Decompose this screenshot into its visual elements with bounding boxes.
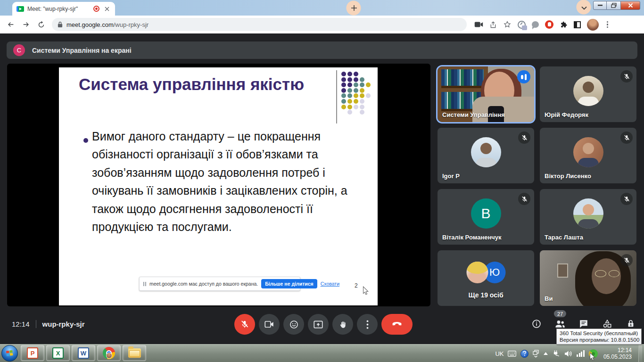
tab-search-chevron-icon[interactable] (580, 4, 588, 12)
mic-muted-icon (620, 132, 633, 144)
meeting-time: 12:14 (12, 320, 30, 328)
taskbar-apps: PXW (21, 345, 146, 361)
restore-button[interactable] (607, 1, 620, 10)
overflow-avatars: Ю (466, 262, 505, 283)
powerpoint-icon: P (27, 347, 38, 359)
close-button[interactable] (620, 1, 640, 10)
extensions-puzzle-icon[interactable] (560, 21, 568, 29)
url-text: meet.google.com/wup-rpky-sjr (66, 21, 149, 28)
tab-close-icon[interactable] (103, 5, 111, 13)
network-signal-icon[interactable] (577, 350, 585, 357)
camera-in-use-icon[interactable] (474, 21, 483, 28)
slide-divider-line (336, 70, 337, 123)
participant-name: Ви (545, 295, 553, 302)
address-bar[interactable]: meet.google.com/wup-rpky-sjr (52, 18, 467, 31)
presentation-stage[interactable]: Система управління якістю Вимог даного с… (7, 64, 430, 306)
show-desktop-button[interactable] (638, 345, 642, 362)
end-call-button[interactable] (381, 314, 413, 335)
share-indicator-icon (143, 282, 146, 286)
host-controls-icon[interactable] (625, 318, 636, 329)
window-switch-tray-icon[interactable] (533, 350, 539, 358)
taskbar-app-powerpoint[interactable]: P (21, 345, 44, 361)
more-options-button[interactable] (357, 314, 378, 335)
slide-page-number: 2 (355, 282, 358, 289)
audio-activity-icon (517, 70, 530, 83)
slide: Система управління якістю Вимог даного с… (59, 67, 378, 305)
start-button[interactable] (1, 345, 18, 362)
profile-avatar[interactable] (587, 19, 599, 31)
activities-icon[interactable] (602, 318, 613, 329)
slide-body-text: Вимог даного стандарту – це покращення о… (92, 127, 375, 236)
participant-grid: Системи УправлінняЮрій ФедорякIgor PВікт… (438, 66, 636, 306)
chat-extension-icon[interactable] (532, 21, 539, 28)
taskbar-app-explorer[interactable] (123, 345, 146, 361)
participant-tile-taras[interactable]: Тарас Лашта (540, 189, 636, 245)
window-controls (593, 1, 640, 10)
excel-icon: X (52, 347, 64, 359)
lock-icon[interactable] (58, 21, 63, 28)
meeting-code: wup-rpky-sjr (42, 320, 85, 328)
participants-count-badge: 27 (554, 310, 566, 317)
mic-muted-icon (620, 254, 633, 266)
share-message: meet.google.com має доступ до вашого екр… (149, 281, 258, 287)
new-tab-button[interactable] (350, 4, 358, 12)
photo-avatar (466, 262, 488, 283)
help-tray-icon[interactable] (520, 350, 528, 358)
forward-button[interactable] (20, 18, 32, 31)
adblock-extension-icon[interactable] (545, 20, 553, 29)
participant-tile-vitalik[interactable]: BВіталік Романенчук (438, 189, 534, 245)
back-button[interactable] (5, 18, 17, 31)
camera-toggle-button[interactable] (259, 314, 280, 335)
clock-date: 05.05.2023 (603, 354, 632, 360)
participant-tile-more[interactable]: ЮЩе 19 осіб (438, 250, 534, 306)
language-indicator[interactable]: UK (495, 350, 504, 357)
volume-tray-icon[interactable] (564, 350, 572, 357)
participants-icon[interactable]: 27 (554, 318, 566, 329)
browser-tab[interactable]: Meet: "wup-rpky-sjr" (12, 2, 115, 16)
participant-tile-presenter[interactable]: Системи Управління (438, 66, 534, 122)
browser-menu-icon[interactable] (605, 21, 610, 28)
divider (36, 320, 36, 328)
taskbar-app-word[interactable]: W (72, 345, 95, 361)
chat-icon[interactable] (578, 318, 589, 329)
slide-title: Система управління якістю (79, 75, 304, 94)
participant-name: Ще 19 осіб (438, 291, 534, 299)
share-icon[interactable] (489, 21, 497, 29)
taskbar-app-excel[interactable]: X (46, 345, 70, 361)
presentation-badge: C (13, 44, 25, 56)
participant-tile-self[interactable]: Ви (540, 250, 636, 306)
participant-tile-viktor[interactable]: Віктор Лисенко (540, 128, 636, 183)
minimize-button[interactable] (593, 1, 607, 10)
participant-tile-igor[interactable]: Igor P (438, 128, 534, 183)
mic-muted-icon (620, 70, 633, 82)
screen: { "browser": { "tab_title": "Meet: \"wup… (0, 0, 644, 362)
raise-hand-button[interactable] (332, 314, 353, 335)
url-path: /wup-rpky-sjr (114, 21, 149, 28)
mic-toggle-button[interactable] (234, 314, 255, 335)
tooltip-line2: Версия программы: 10.8.0.1500 (560, 337, 638, 343)
hide-link[interactable]: Сховати (321, 281, 339, 287)
mic-muted-icon (518, 193, 530, 205)
letter-avatar: B (471, 198, 501, 229)
browser-toolbar: meet.google.com/wup-rpky-sjr (0, 16, 644, 33)
dark-reader-extension-icon[interactable] (574, 21, 581, 28)
stop-sharing-button[interactable]: Більше не ділитися (261, 279, 317, 288)
present-screen-button[interactable] (308, 314, 329, 335)
bookmark-star-icon[interactable] (503, 20, 512, 29)
participant-name: Системи Управління (442, 111, 505, 118)
gauge-extension-icon[interactable] (518, 21, 526, 29)
recording-indicator-icon (93, 6, 99, 12)
meeting-details-icon[interactable] (531, 318, 542, 329)
system-tray: UK 12:14 05.05.2023 (495, 345, 642, 362)
participant-tile-yurii[interactable]: Юрій Федоряк (540, 66, 636, 122)
power-plug-tray-icon[interactable] (553, 350, 560, 357)
taskbar-clock[interactable]: 12:14 05.05.2023 (603, 347, 632, 360)
hidden-icons-arrow[interactable] (543, 352, 548, 355)
reload-button[interactable] (35, 18, 47, 31)
meet-favicon (17, 6, 24, 12)
participant-name: Віталік Романенчук (442, 234, 502, 241)
taskbar-app-chrome[interactable] (97, 345, 121, 361)
reactions-button[interactable] (283, 314, 304, 335)
clock-time: 12:14 (603, 347, 632, 354)
keyboard-layout-icon[interactable] (508, 351, 516, 357)
